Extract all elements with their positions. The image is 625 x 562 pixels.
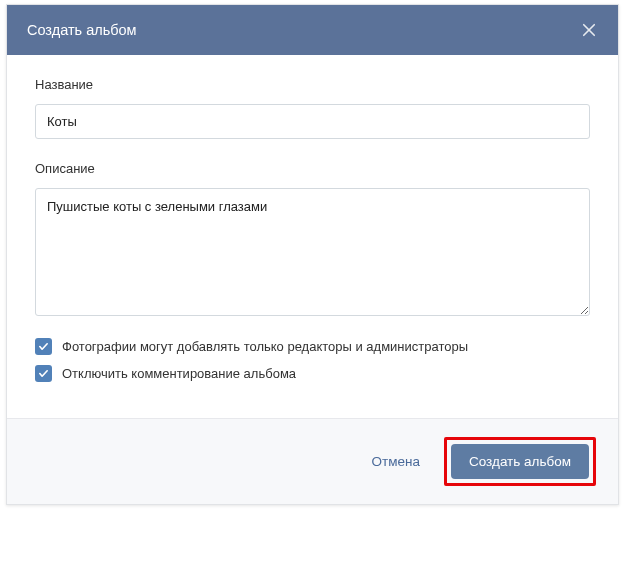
modal-title: Создать альбом	[27, 22, 137, 38]
editors-only-label: Фотографии могут добавлять только редакт…	[62, 339, 468, 354]
create-album-button[interactable]: Создать альбом	[451, 444, 589, 479]
description-input[interactable]	[35, 188, 590, 316]
title-field-group: Название	[35, 77, 590, 139]
description-field-group: Описание	[35, 161, 590, 320]
description-label: Описание	[35, 161, 590, 176]
cancel-button[interactable]: Отмена	[362, 446, 430, 477]
checkbox-checked-icon	[35, 338, 52, 355]
modal-header: Создать альбом	[7, 5, 618, 55]
modal-footer: Отмена Создать альбом	[7, 418, 618, 504]
submit-highlight: Создать альбом	[444, 437, 596, 486]
modal-body: Название Описание Фотографии могут добав…	[7, 55, 618, 418]
title-label: Название	[35, 77, 590, 92]
disable-comments-label: Отключить комментирование альбома	[62, 366, 296, 381]
editors-only-checkbox-row[interactable]: Фотографии могут добавлять только редакт…	[35, 338, 590, 355]
disable-comments-checkbox-row[interactable]: Отключить комментирование альбома	[35, 365, 590, 382]
title-input[interactable]	[35, 104, 590, 139]
create-album-modal: Создать альбом Название Описание Фотогра…	[6, 4, 619, 505]
checkbox-checked-icon	[35, 365, 52, 382]
close-icon[interactable]	[580, 21, 598, 39]
